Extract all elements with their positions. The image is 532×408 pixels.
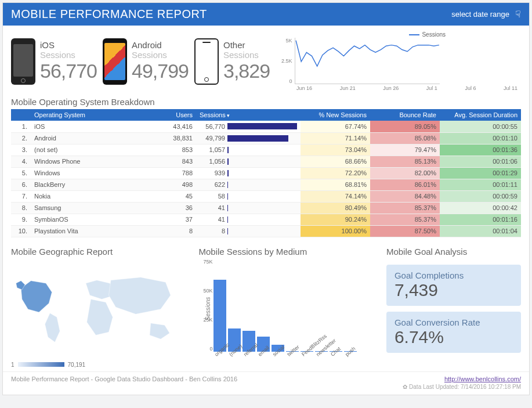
kpi-android-value: 49,799 xyxy=(132,60,189,82)
sparkline-x-axis: Jun 16 Jun 21 Jun 26 Jul 1 Jul 6 Jul 11 xyxy=(281,84,521,91)
data-updated: ✿ Data Last Updated: 7/14/2016 10:27:18 … xyxy=(3,384,529,392)
table-row[interactable]: 5.Windows78893972.20%82.00%00:01:29 xyxy=(11,167,521,179)
col-os[interactable]: Operating System xyxy=(31,109,161,121)
kpi-android-sub: Sessions xyxy=(132,50,167,60)
sparkline-legend: Sessions xyxy=(281,31,446,38)
geo-map[interactable] xyxy=(11,259,190,358)
kpi-ios-sub: Sessions xyxy=(40,50,75,60)
col-bounce[interactable]: Bounce Rate xyxy=(370,109,440,121)
geo-panel: Mobile Geographic Report 1 70,191 xyxy=(11,243,190,368)
geo-legend-max: 70,191 xyxy=(68,362,86,368)
geo-legend-min: 1 xyxy=(11,362,15,368)
geo-gradient-icon xyxy=(18,362,64,367)
table-row[interactable]: 1.iOS43,41656,77067.74%89.05%00:00:55 xyxy=(11,121,521,132)
page-title: MOBILE PERFORMANCE REPORT xyxy=(11,8,207,21)
kpi-ios: iOS Sessions 56,770 xyxy=(11,38,97,85)
pointer-cursor-icon: ☟ xyxy=(515,9,521,20)
col-dur[interactable]: Avg. Session Duration xyxy=(440,109,521,121)
footer: Mobile Performance Report - Google Data … xyxy=(3,371,529,384)
table-row[interactable]: 10.Playstation Vita88100.00%87.50%00:01:… xyxy=(11,225,521,237)
col-users[interactable]: Users xyxy=(161,109,196,121)
lower-row: Mobile Geographic Report 1 70,191 Mobile… xyxy=(3,237,529,368)
table-row[interactable]: 9.SymbianOS374190.24%85.37%00:01:16 xyxy=(11,214,521,225)
sparkline-y-axis: 5K 2.5K 0 xyxy=(281,38,295,84)
col-sessions[interactable]: Sessions xyxy=(196,109,301,121)
geo-title: Mobile Geographic Report xyxy=(11,243,190,259)
phone-other-icon xyxy=(194,38,219,85)
kpi-other: Other Sessions 3,829 xyxy=(194,38,270,85)
kpi-android: Android Sessions 49,799 xyxy=(103,38,189,85)
goals-panel: Mobile Goal Analysis Goal Completions 7,… xyxy=(386,243,521,368)
date-range-picker[interactable]: select date range ☟ xyxy=(451,9,521,20)
phone-android-icon xyxy=(103,38,127,85)
col-idx[interactable] xyxy=(11,109,31,121)
report-header: MOBILE PERFORMANCE REPORT select date ra… xyxy=(3,3,529,26)
medium-bar-chart[interactable]: 75K 50K 25K 0 xyxy=(213,259,378,352)
geo-legend: 1 70,191 xyxy=(11,362,190,368)
goal-completions-card: Goal Completions 7,439 xyxy=(386,265,521,306)
table-row[interactable]: 3.(not set)8531,05773.04%79.47%00:01:36 xyxy=(11,144,521,156)
goal-conversion-label: Goal Conversion Rate xyxy=(395,317,513,327)
breakdown-title: Mobile Operating System Breakdown xyxy=(3,93,529,109)
goal-conversion-card: Goal Conversion Rate 6.74% xyxy=(386,312,521,353)
table-row[interactable]: 8.Samsung364180.49%85.37%00:00:42 xyxy=(11,202,521,214)
kpi-ios-value: 56,770 xyxy=(40,60,97,82)
date-range-label: select date range xyxy=(451,10,509,19)
goals-title: Mobile Goal Analysis xyxy=(386,243,521,259)
col-pctnew[interactable]: % New Sessions xyxy=(301,109,370,121)
table-row[interactable]: 2.Android38,83149,79971.14%85.08%00:01:1… xyxy=(11,132,521,144)
kpi-row: iOS Sessions 56,770 Android Sessions 49,… xyxy=(3,26,529,93)
kpi-other-value: 3,829 xyxy=(223,60,270,82)
kpi-ios-label: iOS xyxy=(40,40,55,50)
sparkline-panel: Sessions 5K 2.5K 0 Jun 16 Jun 21 Jun 26 … xyxy=(276,31,521,91)
phone-ios-icon xyxy=(11,38,35,85)
medium-title: Mobile Sessions by Medium xyxy=(198,243,378,259)
medium-panel: Mobile Sessions by Medium Sessions 75K 5… xyxy=(198,243,378,368)
goal-completions-label: Goal Completions xyxy=(395,270,513,280)
breakdown-table: Operating System Users Sessions % New Se… xyxy=(11,109,521,237)
report-page: MOBILE PERFORMANCE REPORT select date ra… xyxy=(2,2,530,395)
kpi-android-label: Android xyxy=(132,40,162,50)
medium-y-axis: 75K 50K 25K 0 xyxy=(198,259,212,352)
kpi-other-label: Other xyxy=(223,40,245,50)
goal-conversion-value: 6.74% xyxy=(395,327,513,347)
kpi-other-sub: Sessions xyxy=(223,50,259,60)
table-header-row: Operating System Users Sessions % New Se… xyxy=(11,109,521,121)
table-row[interactable]: 6.BlackBerry49862268.81%86.01%00:01:11 xyxy=(11,179,521,190)
table-row[interactable]: 4.Windows Phone8431,05668.66%85.13%00:01… xyxy=(11,156,521,167)
sparkline-chart[interactable] xyxy=(295,38,440,84)
footer-text: Mobile Performance Report - Google Data … xyxy=(11,375,237,382)
footer-link[interactable]: http://www.benlcollins.com/ xyxy=(444,375,521,382)
goal-completions-value: 7,439 xyxy=(395,280,513,300)
table-row[interactable]: 7.Nokia455874.14%84.48%00:00:59 xyxy=(11,190,521,202)
medium-x-axis: organic(none)referralemailsocialtwitterF… xyxy=(213,352,378,359)
medium-bar[interactable] xyxy=(213,280,226,352)
